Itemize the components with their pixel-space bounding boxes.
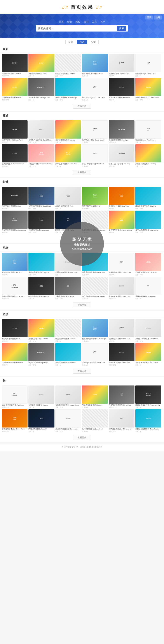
nav-item-select[interactable]: 精选 [67, 20, 72, 24]
card-item[interactable]: 扁平化设计展示 Flat Mock 矢量 / AI [55, 343, 81, 366]
card-item-spotlight[interactable]: SPOTLIGHT 文字效果设计 Spotlight Text 矢量 / AI [28, 78, 54, 101]
card-item[interactable]: NOBICKM 品牌VI设计模板 Brand Mock 矢量 / AI [82, 120, 108, 144]
section-latest-header: 最新 [0, 46, 164, 53]
card-item[interactable]: 名片设计 现代简约名片 Business Card 矢量 / AI [2, 144, 27, 167]
card-item[interactable]: UI Icons UI图标设计套装 UI Icons 矢量 / AI [28, 386, 54, 408]
card-item[interactable]: 花卉插画装饰素材 Floral Art 矢量 / AI [2, 343, 27, 366]
card-item[interactable]: Find &Create 创意书法字体素材 Craft Font 矢量 / EP… [28, 187, 54, 210]
card-item[interactable]: 名片展示 高档名片设计模板 Card Mock 矢量 / EPS [135, 319, 161, 342]
card-item[interactable]: 图标套装 图标UI套装设计 Icon UI Set 矢量 / EPS [109, 277, 135, 300]
card-item[interactable]: FutureToday 未来科技风格模板 Tech 矢量 / AI [55, 187, 81, 210]
card-item[interactable]: VZZZZ2019 复古海报字体设计 Retro Font 矢量 / EPS [2, 409, 27, 432]
card-item[interactable]: 花卉植物插画素材 Nature 矢量 / AI [55, 120, 81, 144]
section-vectors-grid: 550+Flat Icons 550+扁平图标合集 Flat Icons 矢量 … [0, 384, 164, 434]
card-item[interactable]: 扁平化设计模板 Flat Design 矢量 / EPS [55, 78, 81, 101]
card-item[interactable]: 2018NYE 新年倒计时设计 New Year 矢量 / AI [109, 187, 135, 210]
card-item[interactable]: 手机UI 手机APP界面设计 Mobile UI 矢量 / AI [82, 144, 108, 167]
section-random-header: 随机 [0, 112, 164, 119]
card-item[interactable]: 简约UI 简约清新界面设计 Minimal UI 矢量 / EPS [109, 409, 135, 432]
card-item[interactable]: TruckLine 货运物流Logo Truck Logo 矢量 / AI [135, 120, 161, 144]
card-item[interactable]: 2018NYE 跨年派对海报模板 Party 矢量 / AI [55, 210, 81, 234]
card-item[interactable]: Find &CreateHouse 创意节日字体设计 Font 矢量 / EPS [82, 187, 108, 210]
filter-tab-featured[interactable]: 精选 [77, 40, 87, 44]
login-button[interactable]: 登录 [145, 16, 153, 20]
card-item[interactable]: GlitterAlpha 闪光字母数字集 Glitter Set 矢量 / AI [28, 277, 54, 300]
main-content: 最新 名片设计 精品设计作品集 Creative 矢量 / EPS CROWN … [0, 46, 164, 442]
search-button[interactable]: 搜索 [117, 26, 126, 31]
more-vectors-button[interactable]: 查看更多 [73, 435, 91, 440]
card-item[interactable]: CROWN 花体艺术字体素材 Art Crown 矢量 / AI [135, 343, 161, 366]
register-button[interactable]: 注册 [154, 16, 162, 20]
site-footer: © 2019 织梦无忧 皖ICP备XXXXXXXX号 [0, 443, 164, 451]
card-item[interactable]: CROWN 字体设计矢量素材 Font 矢量 / AI [28, 54, 54, 77]
card-item[interactable]: CROWN 艺术字体设计矢量 Art Font 矢量 / AI [2, 120, 27, 144]
card-item[interactable]: 波点几何装饰图案 Dot Pattern 矢量 / AI [82, 277, 108, 300]
search-input[interactable] [38, 27, 117, 30]
card-item[interactable]: 扁平城市建筑插画 City Flat 矢量 / EPS [28, 253, 54, 276]
more-random-button[interactable]: 查看更多 [73, 170, 91, 175]
card-item[interactable]: CRANEHOOK 机械工业Logo设计 Industry 矢量 / AI [109, 144, 135, 167]
card-item[interactable]: 550+FLATUNIVERSAL 扁平化通用图标集 550+ Flat 矢量 … [2, 277, 27, 300]
card-item[interactable]: TruckLine 运输Logo标志设计 Truck Line 矢量 / AI [82, 343, 108, 366]
nav-item-home[interactable]: 首页 [59, 20, 64, 24]
card-item[interactable]: TruckLine 运输物流Logo Truck Logo 矢量 / AI [135, 54, 161, 77]
card-item[interactable]: 2019Calendar 日历新年设计模板 Calendar 矢量 / EPS [135, 253, 161, 276]
card-item[interactable]: 精美花纹纹理图案 Texture 矢量 / AI [55, 319, 81, 342]
card-item[interactable]: 名片设计 精品设计作品集 Creative 矢量 / EPS [2, 54, 27, 77]
card-item[interactable]: 几何抽象图案设计 Abstract 矢量 / AI [82, 409, 108, 432]
card-item[interactable]: VibromanFonts 手写艺术字体包 Vibroman 矢量 / EPS [28, 210, 54, 234]
card-item[interactable]: 城市建筑扁平插画 City Flat 矢量 / EPS [135, 187, 161, 210]
card-item[interactable]: 几何图案无缝纹理 Geo Pattern 矢量 / EPS [82, 210, 108, 234]
card-item[interactable]: 550+ 通用扁平图标库 Universal 矢量 / AI [135, 277, 161, 300]
card-item[interactable]: 大脑创意 大脑思维创意素材 Brain 矢量 / EPS [55, 277, 81, 300]
nav-item-tutorial[interactable]: 教程 [75, 20, 80, 24]
card-item[interactable]: DOSL4R1DG 艺术字体特效素材 Glitter 矢量 / AI [2, 187, 27, 210]
more-latest-button[interactable]: 查看更多 [73, 104, 91, 108]
card-item[interactable]: Find &CreateHouse 创意字体设计素材 Font Design 矢… [82, 319, 108, 342]
nav-item-tools[interactable]: 工具 [92, 20, 97, 24]
card-item[interactable]: TruckLine 品牌标志Logo设计 Line Logo 矢量 / AI [82, 78, 108, 101]
section-latest-grid: 名片设计 精品设计作品集 Creative 矢量 / EPS CROWN 字体设… [0, 53, 164, 102]
card-item[interactable]: 科技海报 科技蓝色海报素材 Tech Poster 矢量 / AI [135, 409, 161, 432]
more-icons-button[interactable]: 查看更多 [73, 302, 91, 307]
card-item[interactable]: NOBICKM 品牌标志VI模板 Brand Logo 矢量 / AI [109, 319, 135, 342]
section-random-grid: CROWN 艺术字体设计矢量 Art Font 矢量 / AI 名片展示 创意名… [0, 119, 164, 169]
card-item[interactable]: 图案纹理背景素材 Pattern 矢量 / EPS [55, 54, 81, 77]
card-item[interactable]: 花卉插画 花卉插画矢量素材 Flower 矢量 / EPS [2, 78, 27, 101]
card-item[interactable]: 名片设计 专业名片设计套装 Card 矢量 / AI [2, 319, 27, 342]
card-item[interactable]: 多彩节日插画素材 Holiday 矢量 / EPS [135, 144, 161, 167]
card-item[interactable]: 名片设计 专业名片设计模板 Business 矢量 / AI [109, 78, 135, 101]
card-item[interactable]: TruckLine 运输线路标志设计 Truck Line 矢量 / AI [109, 253, 135, 276]
card-item[interactable]: 名片展示 创意名片设计模板 Card Mock 矢量 / EPS [28, 120, 54, 144]
card-item[interactable]: Find &CreateHouse 创意字体艺术设计 Font Art 矢量 /… [82, 54, 108, 77]
card-item[interactable]: 网站UI 网站UI界面模板 Web UI 矢量 / AI [28, 409, 54, 432]
card-item[interactable]: 2019Calendar 日历设计模板 Calendar Design 矢量 /… [28, 144, 54, 167]
card-item[interactable]: HappyNew Year 新年快乐节日素材 New Year 矢量 / AI [55, 144, 81, 167]
card-item[interactable]: 扁平城市场景矢量 City Scene 矢量 / EPS [135, 210, 161, 234]
card-item[interactable]: GlitterAlphabet 闪光字母数字素材 Glitter Alpha 矢… [2, 210, 27, 234]
card-item[interactable]: 节日插画 节日庆典矢量插画 Holiday 矢量 / AI [82, 386, 108, 408]
nav-item-about[interactable]: 关于 [100, 20, 105, 24]
card-item[interactable]: PremiumCalendar 高级日历设计模板 Premium Cal 矢量 … [135, 386, 161, 408]
card-item[interactable]: 550+Flat Icons 550+扁平图标合集 Flat Icons 矢量 … [2, 386, 27, 408]
card-item[interactable]: NOBICKM 品牌标志设计 Nobick Logo 矢量 / AI [109, 54, 135, 77]
section-icons: 图标 Find &CreateHouse 创意字体艺术设计 Art Font 矢… [0, 244, 164, 310]
card-item[interactable]: 企业官网 企业官网页面模板 Corporate 矢量 / EPS [55, 409, 81, 432]
card-item[interactable]: CRANEHOOK 起重机Logo设计 Crane Logo 矢量 / AI [55, 253, 81, 276]
more-shortlink-button[interactable]: 查看更多 [73, 236, 91, 241]
card-item[interactable]: CROWN 皇冠字体创意设计 Crown Font 矢量 / EPS [135, 78, 161, 101]
card-item-spotlight3[interactable]: SPOTLIGHT 聚光灯文字效果 Spotlight 矢量 / EPS [28, 343, 54, 366]
card-item[interactable]: CROWN 皇冠文字艺术素材 Crown 矢量 / EPS [28, 319, 54, 342]
filter-tab-all[interactable]: 全部 [65, 40, 76, 44]
card-item[interactable]: 大脑创意 大脑思维创意图形 Mind Map 矢量 / EPS [109, 386, 135, 408]
card-item-spotlight2[interactable]: SPOTLIGHT 聚光灯文字效果 Spotlight 矢量 / EPS [109, 120, 135, 144]
card-item[interactable]: 商务名片 商务名片排版设计 Biz Card 矢量 / EPS [109, 343, 135, 366]
filter-tab-vector[interactable]: 矢量 [88, 40, 99, 44]
nav-item-material[interactable]: 素材 [84, 20, 89, 24]
card-item[interactable]: Find &CreateHouse 创意字体艺术设计 Art Font 矢量 /… [2, 253, 27, 276]
section-vectors-title: 矢 [3, 379, 5, 383]
card-item[interactable]: 矢量图标 矢量图标控件素材 Vector Icons 矢量 / EPS [55, 386, 81, 408]
card-item[interactable]: 城市扁平场景素材 Urban Flat 矢量 / EPS [82, 253, 108, 276]
card-item[interactable]: HappyEaster 复活节节日素材 Easter Vector 矢量 / A… [109, 210, 135, 234]
more-illustrations-button[interactable]: 查看更多 [73, 369, 91, 374]
